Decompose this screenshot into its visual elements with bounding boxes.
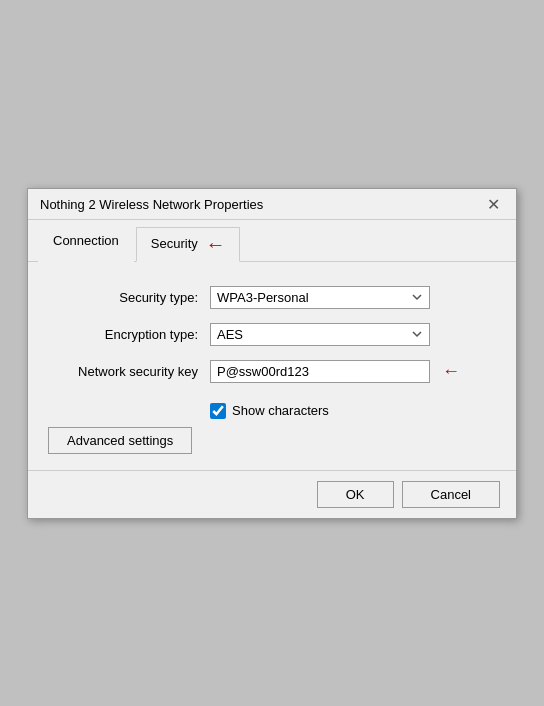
close-button[interactable]: ✕ [483,197,504,213]
advanced-section: Advanced settings [48,419,496,454]
security-tab-arrow-icon: ← [205,233,225,256]
network-key-input[interactable] [210,360,430,383]
tab-content: Security type: WPA3-Personal WPA2-Person… [28,262,516,470]
security-type-control: WPA3-Personal WPA2-Personal WEP No authe… [210,286,496,309]
network-key-control: ← [210,360,496,383]
tab-connection[interactable]: Connection [38,227,134,262]
encryption-type-control: AES TKIP [210,323,496,346]
encryption-type-row: Encryption type: AES TKIP [48,323,496,346]
tab-security[interactable]: Security ← [136,227,241,262]
title-bar: Nothing 2 Wireless Network Properties ✕ [28,189,516,220]
ok-button[interactable]: OK [317,481,394,508]
show-characters-row: Show characters [48,403,496,419]
network-key-row: Network security key ← [48,360,496,383]
security-type-label: Security type: [48,290,198,305]
network-key-label: Network security key [48,364,198,379]
show-characters-wrapper[interactable]: Show characters [210,403,329,419]
password-arrow-icon: ← [442,361,460,382]
advanced-settings-button[interactable]: Advanced settings [48,427,192,454]
encryption-type-label: Encryption type: [48,327,198,342]
footer: OK Cancel [28,470,516,518]
encryption-type-select[interactable]: AES TKIP [210,323,430,346]
show-characters-checkbox[interactable] [210,403,226,419]
show-characters-label: Show characters [232,403,329,418]
form-section: Security type: WPA3-Personal WPA2-Person… [48,286,496,383]
tab-bar: Connection Security ← [28,220,516,262]
main-window: Nothing 2 Wireless Network Properties ✕ … [27,188,517,519]
security-type-row: Security type: WPA3-Personal WPA2-Person… [48,286,496,309]
cancel-button[interactable]: Cancel [402,481,500,508]
security-type-select[interactable]: WPA3-Personal WPA2-Personal WEP No authe… [210,286,430,309]
window-title: Nothing 2 Wireless Network Properties [40,197,263,212]
